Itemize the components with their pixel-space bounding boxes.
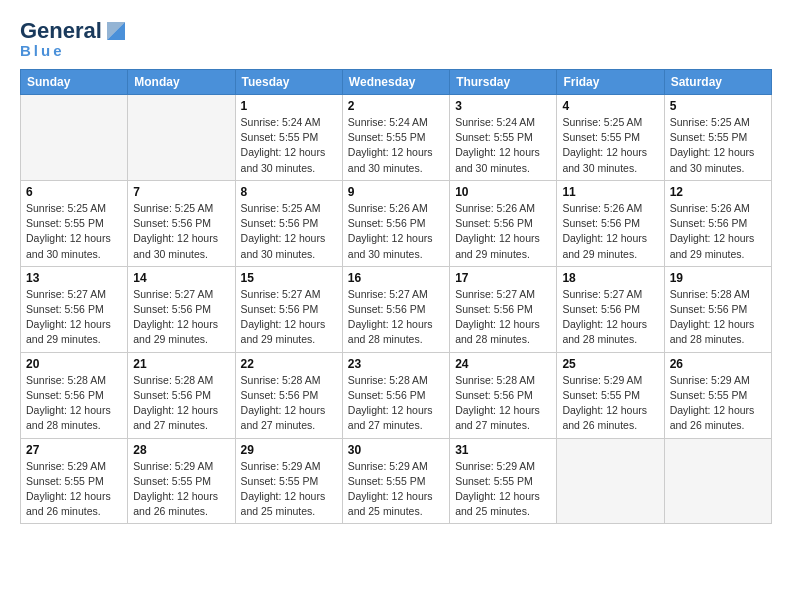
calendar-cell: 23Sunrise: 5:28 AMSunset: 5:56 PMDayligh…: [342, 352, 449, 438]
calendar-cell: 13Sunrise: 5:27 AMSunset: 5:56 PMDayligh…: [21, 266, 128, 352]
calendar-cell: 7Sunrise: 5:25 AMSunset: 5:56 PMDaylight…: [128, 180, 235, 266]
day-number: 9: [348, 185, 444, 199]
week-row-5: 27Sunrise: 5:29 AMSunset: 5:55 PMDayligh…: [21, 438, 772, 524]
weekday-header-thursday: Thursday: [450, 70, 557, 95]
logo-blue-label: Blue: [20, 42, 65, 59]
calendar-cell: 6Sunrise: 5:25 AMSunset: 5:55 PMDaylight…: [21, 180, 128, 266]
day-number: 7: [133, 185, 229, 199]
calendar-cell: 18Sunrise: 5:27 AMSunset: 5:56 PMDayligh…: [557, 266, 664, 352]
calendar-cell: 21Sunrise: 5:28 AMSunset: 5:56 PMDayligh…: [128, 352, 235, 438]
day-info: Sunrise: 5:29 AMSunset: 5:55 PMDaylight:…: [562, 373, 658, 434]
logo: General Blue: [20, 18, 127, 59]
calendar-cell: 27Sunrise: 5:29 AMSunset: 5:55 PMDayligh…: [21, 438, 128, 524]
calendar-cell: 12Sunrise: 5:26 AMSunset: 5:56 PMDayligh…: [664, 180, 771, 266]
calendar-cell: 15Sunrise: 5:27 AMSunset: 5:56 PMDayligh…: [235, 266, 342, 352]
calendar-table: SundayMondayTuesdayWednesdayThursdayFrid…: [20, 69, 772, 524]
logo-general-text: General: [20, 18, 102, 44]
day-number: 29: [241, 443, 337, 457]
calendar-cell: 16Sunrise: 5:27 AMSunset: 5:56 PMDayligh…: [342, 266, 449, 352]
header: General Blue: [20, 18, 772, 59]
day-number: 17: [455, 271, 551, 285]
day-number: 30: [348, 443, 444, 457]
day-info: Sunrise: 5:29 AMSunset: 5:55 PMDaylight:…: [133, 459, 229, 520]
day-number: 1: [241, 99, 337, 113]
calendar-cell: 8Sunrise: 5:25 AMSunset: 5:56 PMDaylight…: [235, 180, 342, 266]
calendar-cell: 9Sunrise: 5:26 AMSunset: 5:56 PMDaylight…: [342, 180, 449, 266]
day-number: 15: [241, 271, 337, 285]
week-row-3: 13Sunrise: 5:27 AMSunset: 5:56 PMDayligh…: [21, 266, 772, 352]
day-info: Sunrise: 5:28 AMSunset: 5:56 PMDaylight:…: [133, 373, 229, 434]
calendar-cell: 28Sunrise: 5:29 AMSunset: 5:55 PMDayligh…: [128, 438, 235, 524]
day-info: Sunrise: 5:24 AMSunset: 5:55 PMDaylight:…: [455, 115, 551, 176]
day-number: 31: [455, 443, 551, 457]
calendar-cell: 3Sunrise: 5:24 AMSunset: 5:55 PMDaylight…: [450, 95, 557, 181]
calendar-cell: 29Sunrise: 5:29 AMSunset: 5:55 PMDayligh…: [235, 438, 342, 524]
day-info: Sunrise: 5:27 AMSunset: 5:56 PMDaylight:…: [562, 287, 658, 348]
day-info: Sunrise: 5:25 AMSunset: 5:55 PMDaylight:…: [670, 115, 766, 176]
calendar-cell: 20Sunrise: 5:28 AMSunset: 5:56 PMDayligh…: [21, 352, 128, 438]
weekday-header-tuesday: Tuesday: [235, 70, 342, 95]
week-row-4: 20Sunrise: 5:28 AMSunset: 5:56 PMDayligh…: [21, 352, 772, 438]
weekday-header-wednesday: Wednesday: [342, 70, 449, 95]
week-row-2: 6Sunrise: 5:25 AMSunset: 5:55 PMDaylight…: [21, 180, 772, 266]
calendar-cell: 5Sunrise: 5:25 AMSunset: 5:55 PMDaylight…: [664, 95, 771, 181]
weekday-header-friday: Friday: [557, 70, 664, 95]
day-number: 10: [455, 185, 551, 199]
logo-triangle-icon: [105, 20, 127, 42]
day-info: Sunrise: 5:26 AMSunset: 5:56 PMDaylight:…: [455, 201, 551, 262]
day-number: 28: [133, 443, 229, 457]
day-info: Sunrise: 5:27 AMSunset: 5:56 PMDaylight:…: [455, 287, 551, 348]
day-info: Sunrise: 5:27 AMSunset: 5:56 PMDaylight:…: [241, 287, 337, 348]
day-info: Sunrise: 5:24 AMSunset: 5:55 PMDaylight:…: [348, 115, 444, 176]
day-info: Sunrise: 5:27 AMSunset: 5:56 PMDaylight:…: [348, 287, 444, 348]
calendar-cell: 22Sunrise: 5:28 AMSunset: 5:56 PMDayligh…: [235, 352, 342, 438]
calendar-cell: 1Sunrise: 5:24 AMSunset: 5:55 PMDaylight…: [235, 95, 342, 181]
day-number: 25: [562, 357, 658, 371]
day-info: Sunrise: 5:28 AMSunset: 5:56 PMDaylight:…: [670, 287, 766, 348]
weekday-header-row: SundayMondayTuesdayWednesdayThursdayFrid…: [21, 70, 772, 95]
calendar-cell: 30Sunrise: 5:29 AMSunset: 5:55 PMDayligh…: [342, 438, 449, 524]
day-number: 18: [562, 271, 658, 285]
day-number: 6: [26, 185, 122, 199]
day-number: 13: [26, 271, 122, 285]
day-info: Sunrise: 5:29 AMSunset: 5:55 PMDaylight:…: [670, 373, 766, 434]
calendar-cell: [664, 438, 771, 524]
day-number: 14: [133, 271, 229, 285]
calendar-cell: 25Sunrise: 5:29 AMSunset: 5:55 PMDayligh…: [557, 352, 664, 438]
calendar-cell: 19Sunrise: 5:28 AMSunset: 5:56 PMDayligh…: [664, 266, 771, 352]
weekday-header-monday: Monday: [128, 70, 235, 95]
day-number: 2: [348, 99, 444, 113]
day-info: Sunrise: 5:25 AMSunset: 5:56 PMDaylight:…: [133, 201, 229, 262]
calendar-cell: 14Sunrise: 5:27 AMSunset: 5:56 PMDayligh…: [128, 266, 235, 352]
calendar-cell: [128, 95, 235, 181]
day-info: Sunrise: 5:28 AMSunset: 5:56 PMDaylight:…: [26, 373, 122, 434]
day-info: Sunrise: 5:25 AMSunset: 5:55 PMDaylight:…: [562, 115, 658, 176]
day-number: 5: [670, 99, 766, 113]
calendar-cell: 4Sunrise: 5:25 AMSunset: 5:55 PMDaylight…: [557, 95, 664, 181]
day-number: 4: [562, 99, 658, 113]
day-info: Sunrise: 5:25 AMSunset: 5:55 PMDaylight:…: [26, 201, 122, 262]
day-number: 16: [348, 271, 444, 285]
calendar-cell: 10Sunrise: 5:26 AMSunset: 5:56 PMDayligh…: [450, 180, 557, 266]
day-info: Sunrise: 5:27 AMSunset: 5:56 PMDaylight:…: [26, 287, 122, 348]
day-number: 12: [670, 185, 766, 199]
day-info: Sunrise: 5:29 AMSunset: 5:55 PMDaylight:…: [26, 459, 122, 520]
day-info: Sunrise: 5:27 AMSunset: 5:56 PMDaylight:…: [133, 287, 229, 348]
week-row-1: 1Sunrise: 5:24 AMSunset: 5:55 PMDaylight…: [21, 95, 772, 181]
calendar-cell: [557, 438, 664, 524]
calendar-cell: 2Sunrise: 5:24 AMSunset: 5:55 PMDaylight…: [342, 95, 449, 181]
day-info: Sunrise: 5:29 AMSunset: 5:55 PMDaylight:…: [241, 459, 337, 520]
day-info: Sunrise: 5:26 AMSunset: 5:56 PMDaylight:…: [348, 201, 444, 262]
calendar-cell: 17Sunrise: 5:27 AMSunset: 5:56 PMDayligh…: [450, 266, 557, 352]
calendar-cell: 11Sunrise: 5:26 AMSunset: 5:56 PMDayligh…: [557, 180, 664, 266]
day-number: 19: [670, 271, 766, 285]
day-info: Sunrise: 5:29 AMSunset: 5:55 PMDaylight:…: [348, 459, 444, 520]
day-number: 26: [670, 357, 766, 371]
day-number: 3: [455, 99, 551, 113]
weekday-header-sunday: Sunday: [21, 70, 128, 95]
day-info: Sunrise: 5:26 AMSunset: 5:56 PMDaylight:…: [670, 201, 766, 262]
day-number: 20: [26, 357, 122, 371]
day-number: 11: [562, 185, 658, 199]
logo-container: General: [20, 18, 127, 44]
weekday-header-saturday: Saturday: [664, 70, 771, 95]
